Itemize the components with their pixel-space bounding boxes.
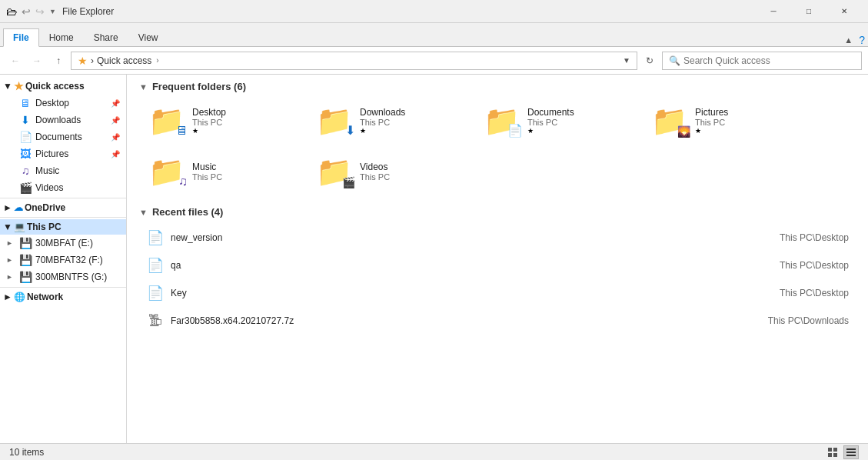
sidebar-item-downloads[interactable]: ⬇ Downloads 📌: [0, 112, 126, 128]
videos-icon: 🎬: [18, 182, 32, 194]
folder-desktop-badge-icon: 🖥: [175, 124, 188, 138]
file-qa-icon-wrapper: 📄: [146, 256, 165, 275]
sidebar-drive-30mbfat[interactable]: ► 💾 30MBFAT (E:): [0, 235, 126, 252]
sidebar-quickaccess-label: Quick access: [25, 81, 85, 92]
addressbar-area: ← → ↑ ★ › Quick access › ▼ ↻ 🔍: [0, 47, 868, 75]
maximize-button[interactable]: □: [791, 0, 826, 23]
sidebar-divider-3: [0, 287, 126, 288]
folder-music-badge-icon: ♫: [178, 175, 188, 188]
folder-desktop-pin: ★: [192, 127, 226, 135]
sidebar-item-pictures[interactable]: 🖼 Pictures 📌: [0, 145, 126, 162]
folder-music-info: Music This PC: [192, 162, 222, 182]
folder-desktop-path: This PC: [192, 118, 226, 127]
file-qa-location: This PC\Desktop: [780, 260, 849, 271]
view-large-icons-button[interactable]: [825, 445, 840, 459]
up-button[interactable]: ↑: [49, 52, 68, 70]
sidebar-downloads-label: Downloads: [35, 115, 81, 125]
sidebar-music-label: Music: [35, 165, 59, 176]
refresh-button[interactable]: ↻: [640, 52, 659, 70]
tab-share[interactable]: Share: [84, 28, 128, 47]
drive-70mb-icon: 💾: [18, 254, 32, 266]
music-icon: ♫: [18, 165, 32, 177]
folder-pictures-badge-icon: 🌄: [677, 125, 690, 138]
folder-downloads-badge-icon: ⬇: [345, 123, 355, 138]
qat-redo[interactable]: ↪: [35, 5, 45, 18]
tab-home[interactable]: Home: [39, 28, 84, 47]
sidebar-30mbfat-label: 30MBFAT (E:): [35, 238, 93, 248]
file-key-name: Key: [171, 288, 780, 298]
thispc-expand-icon: ▼: [3, 222, 12, 232]
help-icon[interactable]: ?: [859, 34, 865, 46]
sidebar-network-header[interactable]: ► 🌐 Network: [0, 289, 126, 305]
tab-file[interactable]: File: [3, 28, 39, 47]
file-new-version[interactable]: 📄 new_version This PC\Desktop: [139, 224, 856, 252]
downloads-pin-icon: 📌: [111, 116, 120, 125]
sidebar-item-videos[interactable]: 🎬 Videos: [0, 179, 126, 196]
folder-downloads[interactable]: 📁 ⬇ Downloads This PC ★: [307, 98, 468, 143]
sidebar-item-music[interactable]: ♫ Music: [0, 162, 126, 179]
folder-desktop-icon-wrapper: 📁 🖥: [146, 104, 186, 138]
svg-rect-3: [833, 453, 837, 457]
file-far30b-name: Far30b5858.x64.20210727.7z: [171, 315, 768, 326]
address-bar[interactable]: ★ › Quick access › ▼: [71, 52, 637, 70]
close-button[interactable]: ✕: [826, 0, 862, 23]
statusbar-view-controls: [825, 445, 859, 459]
sidebar-item-desktop[interactable]: 🖥 Desktop 📌: [0, 95, 126, 112]
folder-downloads-path: This PC: [360, 118, 405, 127]
sidebar-desktop-label: Desktop: [35, 98, 69, 108]
sidebar-70mbfat32-label: 70MBFAT32 (F:): [35, 255, 103, 265]
qat-icon-1: 🗁: [6, 5, 17, 18]
address-chevron-icon: ›: [156, 56, 158, 65]
file-far30b-icon-wrapper: 🗜: [146, 312, 165, 330]
qat-undo[interactable]: ↩: [22, 5, 31, 18]
file-far30b[interactable]: 🗜 Far30b5858.x64.20210727.7z This PC\Dow…: [139, 307, 856, 335]
folder-music-icon-wrapper: 📁 ♫: [146, 155, 186, 188]
main-area: ▼ ★ Quick access 🖥 Desktop 📌 ⬇ Downloads…: [0, 75, 868, 443]
view-details-button[interactable]: [843, 445, 859, 459]
window-title: File Explorer: [62, 6, 756, 17]
svg-rect-2: [828, 453, 832, 457]
content-area: ▼ Frequent folders (6) 📁 🖥 Desktop This …: [127, 75, 868, 443]
pictures-pin-icon: 📌: [111, 150, 120, 158]
sidebar-drive-70mbfat32[interactable]: ► 💾 70MBFAT32 (F:): [0, 252, 126, 268]
quickaccess-star-icon: ★: [14, 80, 24, 92]
forward-button[interactable]: →: [28, 52, 46, 70]
folder-videos[interactable]: 📁 🎬 Videos This PC: [307, 149, 468, 194]
file-key-icon: 📄: [147, 285, 164, 302]
statusbar: 10 items: [0, 443, 868, 460]
sidebar-drive-300mbntfs[interactable]: ► 💾 300MBNTFS (G:): [0, 268, 126, 285]
folder-desktop[interactable]: 📁 🖥 Desktop This PC ★: [139, 98, 301, 143]
folder-pictures[interactable]: 📁 🌄 Pictures This PC ★: [642, 98, 803, 143]
thispc-icon: 💻: [14, 222, 25, 232]
frequent-folders-header[interactable]: ▼ Frequent folders (6): [139, 81, 856, 92]
ribbon-collapse[interactable]: ▲: [841, 34, 856, 46]
sidebar-documents-label: Documents: [35, 132, 82, 142]
sidebar-onedrive-header[interactable]: ► ☁ OneDrive: [0, 200, 126, 215]
tab-view[interactable]: View: [128, 28, 168, 47]
sidebar-thispc-header[interactable]: ▼ 💻 This PC: [0, 219, 126, 235]
back-button[interactable]: ←: [6, 52, 25, 70]
recent-files-header[interactable]: ▼ Recent files (4): [139, 206, 856, 218]
quickaccess-expand-icon: ▼: [3, 81, 12, 92]
desktop-pin-icon: 📌: [111, 99, 120, 108]
minimize-button[interactable]: ─: [756, 0, 791, 23]
folder-documents[interactable]: 📁 📄 Documents This PC ★: [474, 98, 636, 143]
search-bar[interactable]: 🔍: [662, 52, 862, 70]
folder-downloads-icon-wrapper: 📁 ⬇: [314, 104, 354, 138]
file-key[interactable]: 📄 Key This PC\Desktop: [139, 279, 856, 307]
sidebar-quickaccess-header[interactable]: ▼ ★ Quick access: [0, 78, 126, 95]
title-bar: 🗁 ↩ ↪ ▼ File Explorer ─ □ ✕: [0, 0, 868, 23]
file-key-icon-wrapper: 📄: [146, 284, 165, 302]
folder-music[interactable]: 📁 ♫ Music This PC: [139, 149, 301, 194]
folder-downloads-pin: ★: [360, 127, 405, 135]
network-icon: 🌐: [14, 292, 25, 302]
file-qa[interactable]: 📄 qa This PC\Desktop: [139, 252, 856, 279]
qat-dropdown[interactable]: ▼: [49, 8, 56, 15]
address-dropdown-icon[interactable]: ▼: [623, 56, 630, 65]
search-input[interactable]: [683, 55, 855, 66]
sidebar-item-documents[interactable]: 📄 Documents 📌: [0, 128, 126, 145]
sidebar-network-label: Network: [27, 292, 63, 302]
details-icon: [846, 447, 856, 458]
folder-music-path: This PC: [192, 172, 222, 182]
file-new-version-location: This PC\Desktop: [780, 232, 849, 243]
